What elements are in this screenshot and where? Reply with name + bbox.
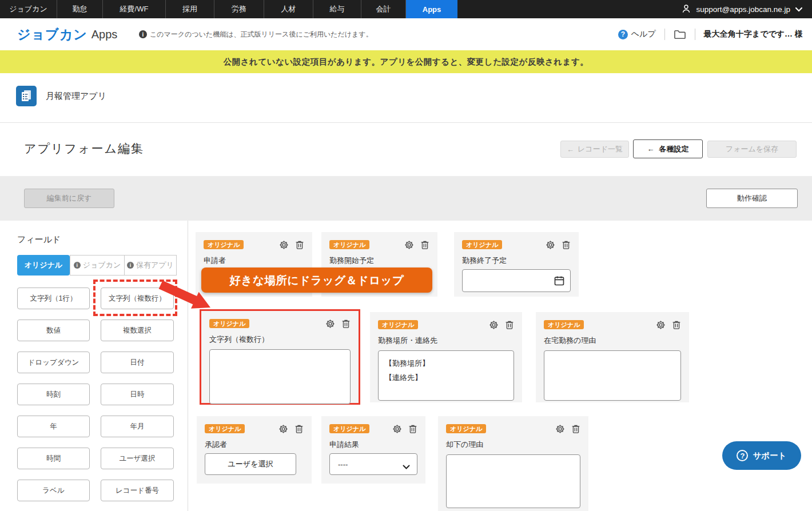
trash-icon[interactable] [420, 240, 429, 250]
page-title: アプリフォーム編集 [24, 141, 144, 157]
revert-button[interactable]: 編集前に戻す [24, 189, 114, 208]
nav-jinzai[interactable]: 人材 [264, 0, 313, 18]
field-label: 文字列（複数行） [209, 334, 351, 345]
record-list-button[interactable]: ← レコード一覧 [560, 141, 629, 158]
card-text-multiline-dropped[interactable]: オリジナル 文字列（複数行） [200, 309, 360, 405]
work-location-textarea[interactable]: 【勤務場所】 【連絡先】 [378, 350, 514, 401]
field-btn-year[interactable]: 年 [17, 416, 90, 437]
card-application-result[interactable]: オリジナル 申請結果 ---- [321, 416, 425, 484]
person-icon [681, 3, 691, 15]
tab-original[interactable]: オリジナル [17, 255, 70, 276]
field-label: 申請者 [204, 256, 304, 266]
tooltip-text: 好きな場所にドラッグ＆ドロップ [229, 273, 404, 288]
result-select[interactable]: ---- [329, 453, 417, 475]
card-rejection-reason[interactable]: オリジナル 却下の理由 [438, 416, 588, 511]
logo-jobcan-text: ジョブカン [17, 26, 87, 43]
info-icon: i [127, 262, 134, 269]
trash-icon[interactable] [295, 240, 304, 250]
app-header-bar: ジョブカン Apps i このマークのついた機能は、正式版リリース後にご利用いた… [0, 18, 812, 50]
field-btn-user-select[interactable]: ユーザ選択 [101, 448, 174, 469]
original-badge: オリジナル [462, 240, 502, 249]
sidebar-heading: フィールド [17, 234, 61, 245]
editor-action-bar [0, 176, 812, 221]
field-btn-dropdown[interactable]: ドロップダウン [17, 352, 90, 373]
settings-button[interactable]: ← 各種設定 [633, 139, 703, 158]
trash-icon[interactable] [505, 320, 514, 330]
divider [695, 29, 695, 40]
trash-icon[interactable] [571, 424, 580, 434]
original-badge: オリジナル [544, 320, 584, 329]
app-title: 月報管理アプリ [46, 86, 106, 106]
gear-icon[interactable] [656, 320, 666, 330]
field-btn-label[interactable]: ラベル [17, 480, 90, 501]
field-btn-time[interactable]: 時刻 [17, 384, 90, 405]
field-label: 勤務終了予定 [462, 256, 571, 266]
save-form-button[interactable]: フォームを保存 [707, 141, 797, 158]
gear-icon[interactable] [404, 240, 414, 250]
account-menu[interactable]: support@apps.jobcan.ne.jp [681, 0, 812, 18]
account-email: support@apps.jobcan.ne.jp [696, 5, 790, 14]
select-user-button[interactable]: ユーザを選択 [205, 453, 296, 475]
drag-drop-tooltip: 好きな場所にドラッグ＆ドロップ [201, 268, 432, 293]
gear-icon[interactable] [278, 424, 288, 434]
help-link[interactable]: ヘルプ [631, 29, 656, 39]
field-btn-duration[interactable]: 時間 [17, 448, 90, 469]
trash-icon[interactable] [408, 424, 417, 434]
original-badge: オリジナル [329, 424, 369, 433]
nav-kyuyo[interactable]: 給与 [313, 0, 361, 18]
gear-icon[interactable] [279, 240, 289, 250]
remote-reason-textarea[interactable] [544, 350, 681, 401]
card-work-end[interactable]: オリジナル 勤務終了予定 [454, 232, 579, 297]
field-btn-number[interactable]: 数値 [17, 320, 90, 341]
original-badge: オリジナル [446, 424, 486, 433]
trash-icon[interactable] [341, 319, 351, 329]
tab-jobcan[interactable]: i ジョブカン [70, 255, 125, 276]
original-badge: オリジナル [378, 320, 418, 329]
original-badge: オリジナル [205, 424, 245, 433]
field-btn-multi-select[interactable]: 複数選択 [101, 320, 174, 341]
nav-jobcan[interactable]: ジョブカン [0, 0, 57, 18]
gear-icon[interactable] [392, 424, 402, 434]
divider [664, 29, 665, 40]
back-arrow-icon: ← [567, 145, 574, 154]
folder-icon[interactable] [674, 29, 686, 40]
trash-icon[interactable] [294, 424, 304, 434]
multiline-textarea[interactable] [209, 349, 351, 404]
gear-icon[interactable] [489, 320, 499, 330]
app-icon [16, 86, 37, 106]
tab-owned-apps[interactable]: i 保有アプリ [124, 255, 177, 276]
gear-icon[interactable] [555, 424, 565, 434]
calendar-icon [554, 275, 565, 289]
field-btn-date[interactable]: 日付 [101, 352, 174, 373]
field-label: 勤務場所・連絡先 [378, 336, 514, 346]
nav-kaikei[interactable]: 会計 [361, 0, 406, 18]
nav-saiyo[interactable]: 採用 [166, 0, 214, 18]
nav-roumu[interactable]: 労務 [214, 0, 264, 18]
preview-button[interactable]: 動作確認 [706, 189, 798, 208]
field-btn-text-single[interactable]: 文字列（1行） [17, 288, 90, 309]
trash-icon[interactable] [672, 320, 681, 330]
info-icon: i [139, 30, 147, 38]
field-label: 却下の理由 [446, 440, 580, 450]
trash-icon[interactable] [562, 240, 571, 250]
card-approver[interactable]: オリジナル 承認者 ユーザを選択 [197, 416, 312, 484]
jobcan-apps-logo[interactable]: ジョブカン Apps [17, 18, 117, 50]
field-btn-datetime[interactable]: 日時 [101, 384, 174, 405]
support-button[interactable]: ? サポート [722, 441, 801, 470]
beta-feature-notice: i このマークのついた機能は、正式版リリース後にご利用いただけます。 [139, 18, 373, 50]
rejection-reason-textarea[interactable] [446, 454, 580, 508]
field-source-tabs: オリジナル i ジョブカン i 保有アプリ [17, 255, 177, 276]
user-name[interactable]: 最大全角十字までです… 様 [704, 29, 803, 39]
divider [0, 122, 812, 123]
gear-icon[interactable] [325, 319, 335, 329]
field-btn-record-number[interactable]: レコード番号 [101, 480, 174, 501]
field-label: 申請結果 [329, 440, 417, 450]
chevron-down-icon [795, 5, 803, 14]
nav-keihi-wf[interactable]: 経費/WF [103, 0, 166, 18]
gear-icon[interactable] [546, 240, 555, 250]
card-work-location[interactable]: オリジナル 勤務場所・連絡先 【勤務場所】 【連絡先】 [370, 312, 522, 402]
nav-apps[interactable]: Apps [406, 0, 457, 18]
nav-kintai[interactable]: 勤怠 [57, 0, 103, 18]
field-btn-year-month[interactable]: 年月 [101, 416, 174, 437]
card-remote-reason[interactable]: オリジナル 在宅勤務の理由 [536, 312, 689, 402]
